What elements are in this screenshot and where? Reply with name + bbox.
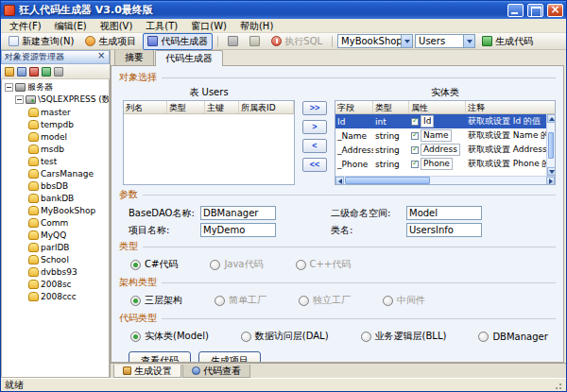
radio-dal[interactable]: 数据访问层(DAL): [241, 330, 329, 343]
namespace-field[interactable]: [406, 206, 482, 220]
new-query-button[interactable]: 新建查询(N): [4, 33, 78, 50]
tree-item-database[interactable]: MyBookShop: [4, 204, 109, 216]
tree-item-database[interactable]: master: [4, 106, 109, 118]
panel-close-icon[interactable]: [95, 52, 106, 62]
move-all-left-button[interactable]: <<: [302, 158, 327, 172]
collapse-icon[interactable]: [5, 83, 13, 92]
source-column-list[interactable]: 列名 类型 主键 所属表ID: [123, 100, 295, 185]
scrollbar-thumb[interactable]: [548, 132, 554, 159]
database-combobox[interactable]: MyBookShop: [337, 34, 413, 48]
save-button[interactable]: [223, 34, 243, 48]
table-combobox[interactable]: Users: [415, 34, 475, 48]
tree-item-database[interactable]: Comm: [4, 216, 109, 229]
table-grid-button[interactable]: [245, 34, 265, 48]
generate-project-button[interactable]: 生成项目: [198, 351, 261, 363]
maximize-button[interactable]: [527, 4, 543, 17]
radio-java[interactable]: Java代码: [210, 258, 263, 271]
scroll-down-icon[interactable]: [547, 167, 556, 176]
radio-icon[interactable]: [130, 260, 141, 270]
tree-item-database[interactable]: parlDB: [4, 241, 109, 253]
tree-item-sql-instance[interactable]: \SQLEXPRESS (数据库...: [4, 94, 109, 106]
radio-model[interactable]: 实体类(Model): [130, 330, 209, 343]
menu-edit[interactable]: 编辑(E): [48, 19, 94, 33]
radio-icon[interactable]: [296, 260, 306, 270]
disconnect-icon[interactable]: [17, 67, 26, 77]
menu-window[interactable]: 窗口(W): [184, 19, 233, 33]
radio-icon[interactable]: [215, 296, 225, 306]
tree-item-servers-root[interactable]: 服务器: [4, 81, 109, 94]
filter-icon[interactable]: [54, 67, 63, 77]
move-right-button[interactable]: >: [302, 120, 327, 134]
tab-code-generator[interactable]: 代码生成器: [155, 50, 223, 66]
tree-item-database[interactable]: msdb: [4, 143, 109, 155]
class-name-field[interactable]: [406, 223, 482, 237]
radio-icon[interactable]: [241, 332, 251, 342]
table-row[interactable]: _Phone string Phone 获取或设置 Phone 的值: [335, 157, 546, 171]
move-all-right-button[interactable]: >>: [302, 101, 327, 115]
menu-file[interactable]: 文件(F): [3, 19, 48, 33]
scrollbar-thumb[interactable]: [345, 177, 430, 184]
project-name-field[interactable]: [200, 223, 276, 237]
column-header[interactable]: 属性: [409, 101, 466, 113]
radio-bll[interactable]: 业务逻辑层(BLL): [361, 330, 447, 343]
radio-icon[interactable]: [210, 260, 220, 270]
column-header[interactable]: 类型: [373, 101, 409, 113]
table-row[interactable]: _Address string Address 获取或设置 Address 的值: [335, 143, 546, 157]
column-header[interactable]: 注释: [466, 101, 546, 113]
basedao-field[interactable]: [200, 206, 276, 220]
generate-project-toolbar-button[interactable]: 生成项目: [80, 33, 141, 50]
radio-dbmanager[interactable]: DBManager: [478, 332, 547, 342]
radio-csharp[interactable]: C#代码: [130, 258, 178, 271]
close-button[interactable]: [547, 4, 563, 17]
radio-icon[interactable]: [130, 332, 141, 342]
tab-summary[interactable]: 摘要: [114, 50, 154, 65]
vertical-scrollbar[interactable]: [546, 114, 555, 176]
table-row[interactable]: _Name string Name 获取或设置 Name 的值: [335, 128, 546, 143]
source-list-body[interactable]: [124, 114, 294, 184]
refresh-icon[interactable]: [42, 67, 51, 77]
table-row[interactable]: Id int Id 获取或设置 Id 的值: [335, 114, 546, 128]
collapse-icon[interactable]: [15, 95, 24, 104]
chevron-down-icon[interactable]: [401, 35, 412, 47]
tree-item-database[interactable]: bbsDB: [4, 179, 109, 192]
tree-item-database[interactable]: School: [4, 253, 109, 265]
entity-field-table[interactable]: 字段 类型 属性 注释 Id int Id 获取或设置 Id 的值: [335, 100, 556, 185]
horizontal-scrollbar[interactable]: [335, 176, 555, 184]
connect-icon[interactable]: [5, 67, 14, 77]
tree-item-database[interactable]: MyQQ: [4, 229, 109, 241]
menu-help[interactable]: 帮助(H): [233, 19, 280, 33]
radio-icon[interactable]: [478, 332, 489, 342]
scroll-up-icon[interactable]: [547, 114, 556, 123]
column-header[interactable]: 主键: [205, 101, 239, 113]
radio-icon[interactable]: [361, 332, 371, 342]
scroll-right-icon[interactable]: [546, 177, 555, 185]
radio-icon[interactable]: [299, 296, 309, 306]
generate-code-button[interactable]: 生成代码: [477, 33, 538, 50]
code-generator-button[interactable]: 代码生成器: [143, 33, 213, 50]
tree-item-database[interactable]: tempdb: [4, 118, 109, 130]
radio-icon[interactable]: [383, 296, 393, 306]
tab-generate-settings[interactable]: 生成设置: [113, 365, 181, 378]
checkbox-checked[interactable]: [411, 146, 419, 154]
scroll-left-icon[interactable]: [335, 177, 344, 185]
column-header[interactable]: 所属表ID: [239, 101, 294, 113]
menu-view[interactable]: 视图(V): [94, 19, 140, 33]
menu-tools[interactable]: 工具(T): [139, 19, 184, 33]
tree-item-database[interactable]: model: [4, 130, 109, 143]
tab-code-view[interactable]: 代码查看: [182, 365, 250, 378]
column-header[interactable]: 字段: [335, 101, 373, 113]
chevron-down-icon[interactable]: [463, 35, 474, 47]
tree-item-database[interactable]: test: [4, 155, 109, 167]
view-code-button[interactable]: 查看代码: [129, 351, 191, 363]
radio-icon[interactable]: [130, 296, 141, 306]
tree-item-database[interactable]: dvbbs93: [4, 265, 109, 278]
radio-cpp[interactable]: C++代码: [296, 258, 352, 271]
resize-grip[interactable]: [553, 381, 562, 390]
stop-icon[interactable]: [29, 67, 39, 77]
exec-sql-button[interactable]: 执行SQL: [266, 33, 327, 50]
radio-three-tier[interactable]: 三层架构: [130, 294, 182, 307]
column-header[interactable]: 列名: [124, 101, 167, 113]
checkbox-checked[interactable]: [411, 161, 419, 168]
checkbox-checked[interactable]: [411, 132, 419, 140]
checkbox-checked[interactable]: [411, 118, 419, 126]
